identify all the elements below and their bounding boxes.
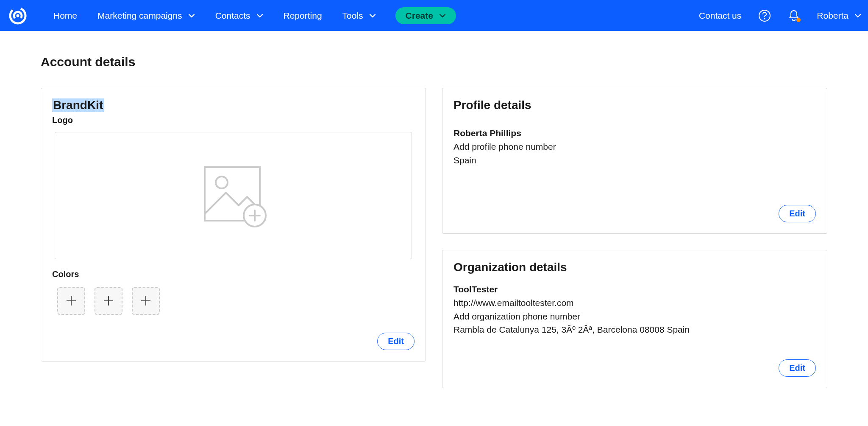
chevron-down-icon bbox=[188, 14, 195, 18]
chevron-down-icon bbox=[439, 14, 446, 18]
profile-footer: Edit bbox=[453, 205, 816, 222]
plus-icon bbox=[66, 295, 77, 306]
plus-icon bbox=[103, 295, 114, 306]
add-color-swatch-2[interactable] bbox=[95, 287, 122, 315]
organization-edit-button[interactable]: Edit bbox=[779, 359, 816, 377]
profile-title: Profile details bbox=[453, 98, 816, 112]
organization-address: Rambla de Catalunya 125, 3Âº 2Âª, Barcel… bbox=[453, 323, 816, 336]
nav-home[interactable]: Home bbox=[43, 11, 87, 21]
organization-card: Organization details ToolTester http://w… bbox=[442, 250, 827, 388]
nav-reporting[interactable]: Reporting bbox=[273, 11, 332, 21]
color-swatches bbox=[57, 287, 415, 315]
profile-name: Roberta Phillips bbox=[453, 128, 816, 138]
organization-footer: Edit bbox=[453, 359, 816, 377]
logo-label: Logo bbox=[52, 115, 415, 125]
add-color-swatch-3[interactable] bbox=[132, 287, 160, 315]
notification-dot bbox=[796, 18, 801, 22]
brandkit-title: BrandKit bbox=[52, 98, 415, 112]
nav-right: Contact us Roberta bbox=[699, 9, 861, 22]
organization-phone: Add organization phone number bbox=[453, 310, 816, 323]
nav-contact-us[interactable]: Contact us bbox=[699, 11, 741, 21]
plus-icon bbox=[140, 295, 151, 306]
profile-edit-button[interactable]: Edit bbox=[779, 205, 816, 222]
svg-point-2 bbox=[17, 14, 19, 17]
nav-tools-label: Tools bbox=[342, 11, 363, 21]
help-button[interactable] bbox=[758, 9, 771, 22]
page-title: Account details bbox=[41, 55, 827, 69]
logo-upload-dropzone[interactable] bbox=[55, 132, 412, 259]
top-nav: Home Marketing campaigns Contacts Report… bbox=[0, 0, 868, 31]
brandkit-title-text: BrandKit bbox=[52, 98, 104, 112]
profile-card: Profile details Roberta Phillips Add pro… bbox=[442, 88, 827, 234]
brandkit-edit-button[interactable]: Edit bbox=[377, 333, 415, 350]
chevron-down-icon bbox=[854, 14, 861, 18]
nav-contacts-label: Contacts bbox=[215, 11, 250, 21]
profile-country: Spain bbox=[453, 154, 816, 167]
colors-label: Colors bbox=[52, 269, 415, 279]
notifications-button[interactable] bbox=[788, 9, 800, 22]
nav-marketing[interactable]: Marketing campaigns bbox=[87, 11, 205, 21]
image-placeholder-icon bbox=[200, 164, 267, 227]
nav-left: Home Marketing campaigns Contacts Report… bbox=[43, 7, 456, 24]
cards-grid: BrandKit Logo Colors bbox=[41, 88, 827, 388]
nav-tools[interactable]: Tools bbox=[332, 11, 386, 21]
profile-details: Roberta Phillips Add profile phone numbe… bbox=[453, 128, 816, 167]
nav-reporting-label: Reporting bbox=[284, 11, 322, 21]
left-column: BrandKit Logo Colors bbox=[41, 88, 426, 388]
brandkit-card: BrandKit Logo Colors bbox=[41, 88, 426, 362]
organization-name: ToolTester bbox=[453, 284, 816, 294]
svg-point-4 bbox=[764, 18, 765, 19]
user-name: Roberta bbox=[817, 11, 849, 21]
brandkit-footer: Edit bbox=[52, 333, 415, 350]
right-column: Profile details Roberta Phillips Add pro… bbox=[442, 88, 827, 388]
organization-title: Organization details bbox=[453, 261, 816, 274]
nav-home-label: Home bbox=[53, 11, 77, 21]
nav-contacts[interactable]: Contacts bbox=[205, 11, 273, 21]
organization-url: http://www.emailtooltester.com bbox=[453, 296, 816, 310]
page-content: Account details BrandKit Logo bbox=[0, 31, 868, 405]
logo-icon bbox=[8, 6, 27, 25]
help-icon bbox=[758, 9, 771, 22]
chevron-down-icon bbox=[256, 14, 263, 18]
organization-details: ToolTester http://www.emailtooltester.co… bbox=[453, 284, 816, 336]
user-menu[interactable]: Roberta bbox=[817, 11, 861, 21]
nav-marketing-label: Marketing campaigns bbox=[97, 11, 182, 21]
chevron-down-icon bbox=[369, 14, 376, 18]
svg-point-6 bbox=[216, 177, 228, 188]
add-color-swatch-1[interactable] bbox=[57, 287, 85, 315]
create-label: Create bbox=[406, 11, 433, 21]
nav-contact-us-label: Contact us bbox=[699, 11, 741, 21]
profile-phone: Add profile phone number bbox=[453, 140, 816, 154]
app-logo[interactable] bbox=[5, 3, 31, 28]
create-button[interactable]: Create bbox=[395, 7, 456, 24]
